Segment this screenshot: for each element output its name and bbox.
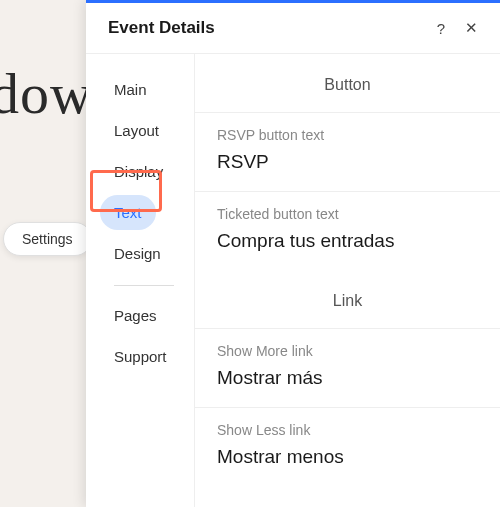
sidebar-item-display[interactable]: Display	[100, 154, 177, 189]
background-text: dow	[0, 60, 93, 127]
panel-title: Event Details	[108, 18, 422, 38]
panel-body: Main Layout Display Text Design Pages Su…	[86, 54, 500, 507]
sidebar-item-design[interactable]: Design	[100, 236, 175, 271]
field-label: Show Less link	[217, 422, 478, 438]
panel-header: Event Details ? ✕	[86, 3, 500, 54]
section-header-button: Button	[195, 54, 500, 112]
field-value: Mostrar menos	[217, 446, 478, 468]
field-value: Mostrar más	[217, 367, 478, 389]
field-value: RSVP	[217, 151, 478, 173]
field-value: Compra tus entradas	[217, 230, 478, 252]
field-label: Ticketed button text	[217, 206, 478, 222]
help-icon[interactable]: ?	[430, 17, 452, 39]
sidebar-divider	[114, 285, 174, 286]
field-show-less-link[interactable]: Show Less link Mostrar menos	[195, 407, 500, 486]
field-ticketed-button-text[interactable]: Ticketed button text Compra tus entradas	[195, 191, 500, 270]
sidebar-item-text[interactable]: Text	[100, 195, 156, 230]
close-icon[interactable]: ✕	[460, 17, 482, 39]
sidebar-item-layout[interactable]: Layout	[100, 113, 173, 148]
settings-button[interactable]: Settings	[3, 222, 92, 256]
field-label: Show More link	[217, 343, 478, 359]
settings-content: Button RSVP button text RSVP Ticketed bu…	[194, 54, 500, 507]
sidebar-item-main[interactable]: Main	[100, 72, 161, 107]
settings-sidebar: Main Layout Display Text Design Pages Su…	[86, 54, 194, 507]
field-rsvp-button-text[interactable]: RSVP button text RSVP	[195, 112, 500, 191]
event-details-panel: Event Details ? ✕ Main Layout Display Te…	[86, 0, 500, 507]
field-show-more-link[interactable]: Show More link Mostrar más	[195, 328, 500, 407]
field-label: RSVP button text	[217, 127, 478, 143]
section-header-link: Link	[195, 270, 500, 328]
sidebar-item-support[interactable]: Support	[100, 339, 181, 374]
sidebar-item-pages[interactable]: Pages	[100, 298, 171, 333]
